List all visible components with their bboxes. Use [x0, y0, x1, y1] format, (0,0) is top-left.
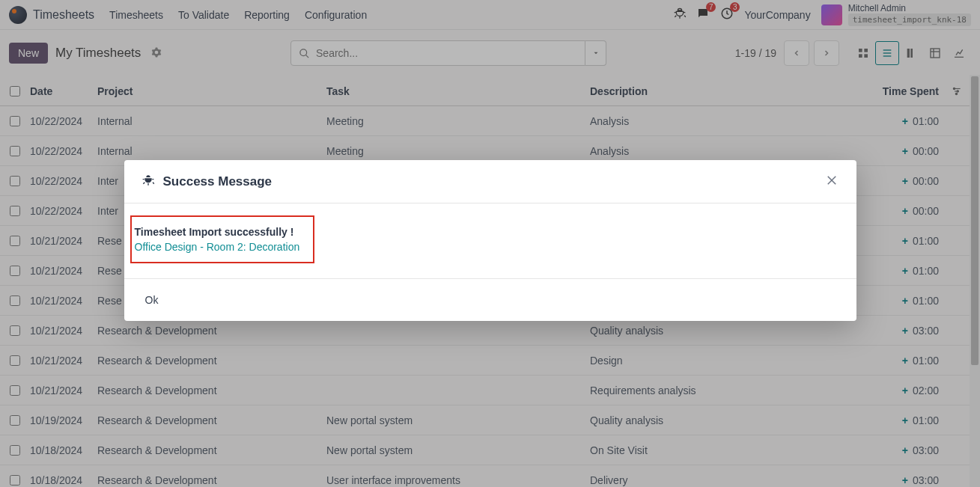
success-modal: Success Message Timesheet Import success…: [124, 160, 856, 321]
modal-overlay: Success Message Timesheet Import success…: [0, 0, 980, 487]
callout-box: Timesheet Import successfully ! Office D…: [130, 215, 314, 263]
close-icon[interactable]: [825, 174, 839, 189]
project-task-link[interactable]: Office Design - Room 2: Decoration: [135, 241, 307, 253]
ok-button[interactable]: Ok: [145, 294, 159, 306]
success-message: Timesheet Import successfully !: [135, 226, 307, 238]
bug-icon: [142, 174, 154, 189]
modal-title: Success Message: [163, 174, 273, 189]
